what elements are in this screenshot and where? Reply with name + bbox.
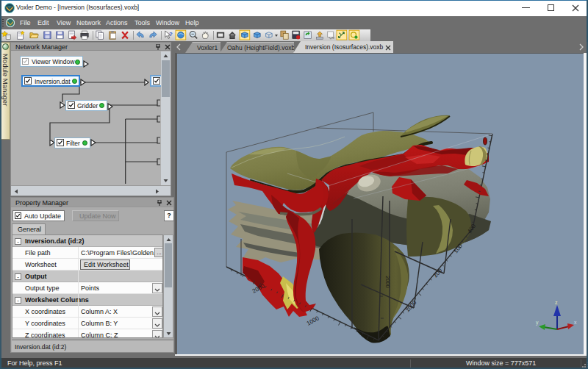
- svg-text:?: ?: [169, 31, 173, 37]
- svg-text:1000: 1000: [404, 299, 418, 314]
- svg-text:x: x: [574, 320, 577, 325]
- svg-text:1000: 1000: [306, 315, 320, 327]
- svg-text:y: y: [536, 320, 539, 326]
- svg-text:2000: 2000: [384, 276, 391, 288]
- svg-text:z: z: [555, 300, 558, 305]
